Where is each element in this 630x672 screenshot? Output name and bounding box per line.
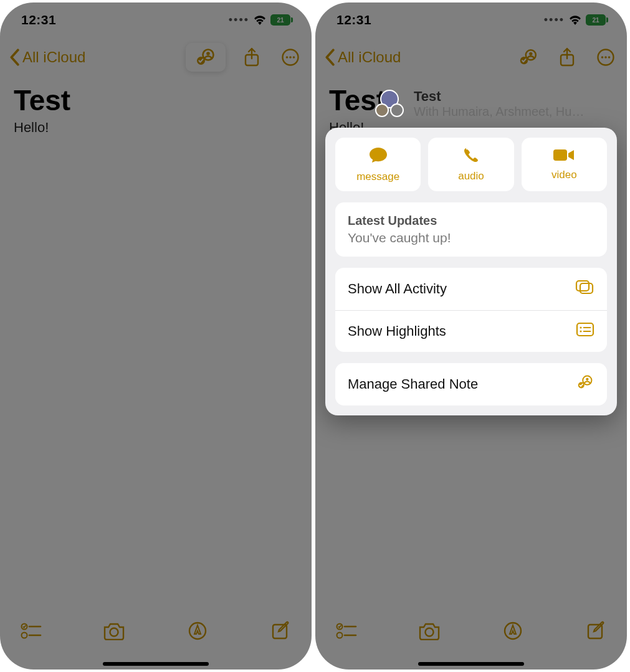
cellular-dots-icon: •••• [544,14,565,27]
latest-updates-card: Latest Updates You've caught up! [335,202,607,257]
video-label: video [551,169,577,181]
status-bar: 12:31 •••• 21 [315,2,627,37]
svg-point-5 [286,56,289,59]
svg-rect-32 [580,283,593,293]
share-icon [243,47,260,67]
more-button[interactable] [278,45,303,70]
checklist-icon [21,622,42,640]
show-activity-label: Show All Activity [348,281,447,297]
back-label: All iCloud [22,49,85,66]
svg-point-1 [206,52,210,55]
popover-header: Test With Humaira, Arshmeet, Hu… [315,82,627,128]
status-time: 12:31 [336,12,371,27]
latest-updates-title: Latest Updates [348,214,594,228]
phone-icon [462,146,480,166]
cellular-dots-icon: •••• [229,14,249,27]
more-icon [596,48,615,67]
compose-button[interactable] [265,616,295,646]
chevron-left-icon [324,49,335,66]
message-icon [368,146,389,167]
share-button[interactable] [555,45,580,70]
markup-icon [188,621,208,641]
nav-bar: All iCloud [0,40,312,75]
compose-icon [270,621,290,641]
show-highlights-row[interactable]: Show Highlights [335,310,607,352]
actions-list: Show All Activity Show Highlights [335,268,607,352]
svg-point-6 [289,56,292,59]
manage-list: Manage Shared Note [335,363,607,405]
wifi-icon [253,15,267,25]
camera-button[interactable] [99,616,129,646]
back-label: All iCloud [338,49,401,66]
markup-button[interactable] [183,616,212,646]
manage-icon [576,374,594,394]
more-icon [281,48,300,67]
camera-icon [102,622,126,640]
svg-point-12 [110,628,118,637]
back-button[interactable]: All iCloud [9,49,186,66]
manage-shared-row[interactable]: Manage Shared Note [335,363,607,405]
battery-icon: 21 [270,14,290,26]
note-body: Hello! [14,120,298,136]
latest-updates-body: You've caught up! [348,230,594,245]
svg-point-36 [580,331,582,333]
svg-point-34 [580,327,582,329]
phone-left: 12:31 •••• 21 All iCloud [0,2,312,670]
nav-bar: All iCloud [315,40,627,75]
svg-rect-33 [577,323,593,336]
phone-right: 12:31 •••• 21 All iCloud [315,2,627,670]
more-button[interactable] [593,45,618,70]
svg-point-16 [529,52,532,55]
message-label: message [356,171,399,183]
video-icon [552,148,576,165]
battery-icon: 21 [586,14,606,26]
audio-button[interactable]: audio [428,138,513,191]
collaborate-button[interactable] [186,43,226,72]
svg-point-22 [608,56,611,59]
status-bar: 12:31 •••• 21 [0,2,312,37]
svg-point-21 [604,56,607,59]
checklist-button[interactable] [16,616,46,646]
svg-rect-30 [553,149,567,161]
bottom-toolbar [0,606,312,656]
collaborate-icon [518,48,539,67]
collaborate-icon [194,48,217,67]
share-button[interactable] [239,45,264,70]
highlights-icon [576,322,594,341]
svg-point-20 [601,56,604,59]
video-button[interactable]: video [522,138,607,191]
note-title: Test [14,83,298,117]
popover-subtitle: With Humaira, Arshmeet, Hu… [414,105,584,119]
svg-rect-31 [576,281,589,291]
wifi-icon [568,15,582,25]
popover-title: Test [414,88,584,105]
status-indicators: •••• 21 [544,14,606,27]
show-activity-row[interactable]: Show All Activity [335,268,607,310]
home-indicator[interactable] [418,662,524,666]
svg-point-10 [22,633,27,638]
back-button[interactable]: All iCloud [324,49,516,66]
status-indicators: •••• 21 [229,14,290,27]
chevron-left-icon [9,49,20,66]
popover-sheet: message audio video [325,128,617,415]
manage-shared-label: Manage Shared Note [348,376,478,392]
audio-label: audio [458,170,484,182]
activity-icon [575,279,594,299]
home-indicator[interactable] [103,662,209,666]
collaboration-popover: Test With Humaira, Arshmeet, Hu… message [315,82,627,670]
show-highlights-label: Show Highlights [348,323,446,339]
status-time: 12:31 [21,12,56,27]
svg-point-7 [293,56,295,59]
svg-point-39 [586,378,588,381]
avatar-cluster-icon [375,90,406,118]
share-icon [558,47,576,67]
note-content[interactable]: Test Hello! [0,83,312,136]
collaborate-button[interactable] [516,45,541,70]
message-button[interactable]: message [335,138,421,191]
